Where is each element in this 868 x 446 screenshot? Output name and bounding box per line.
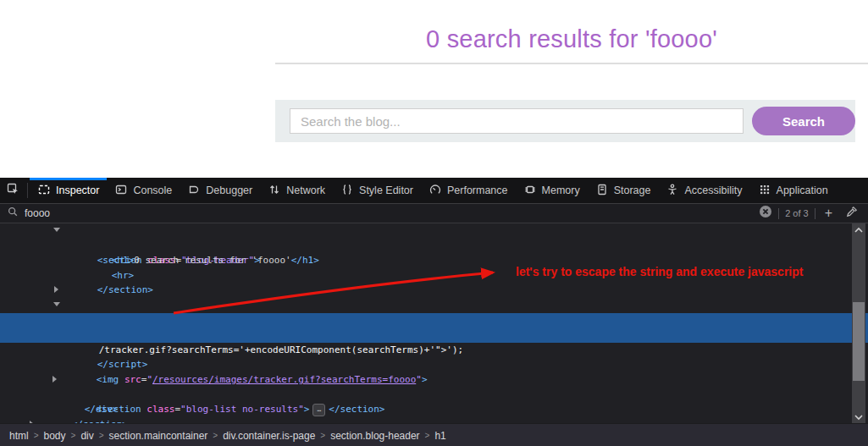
breadcrumb-item[interactable]: div	[76, 430, 97, 442]
person-icon	[666, 183, 679, 199]
separator	[815, 208, 815, 219]
tab-label: Storage	[614, 184, 651, 196]
page-title: 0 search results for 'foooo'	[275, 25, 868, 53]
expander-collapsed-icon[interactable]	[30, 421, 34, 423]
tab-label: Performance	[447, 184, 508, 196]
code-line[interactable]: <section class="blog-list no-results">…<…	[0, 372, 868, 388]
annotation-text: let's try to escape the string and execu…	[516, 265, 803, 278]
tab-label: Inspector	[56, 184, 99, 196]
expander-collapsed-icon[interactable]	[54, 286, 58, 293]
scrollbar[interactable]	[852, 223, 865, 423]
breadcrumb-item[interactable]: section.blog-header	[326, 430, 423, 442]
breadcrumb: html > body > div > section.maincontaine…	[0, 423, 868, 446]
tab-label: Console	[133, 184, 172, 196]
code-line[interactable]: <h1>0 search results for 'foooo'</h1>	[0, 239, 868, 254]
debugger-icon	[187, 183, 201, 199]
code-line[interactable]: <section class="search">…</section>	[0, 283, 868, 298]
separator	[778, 208, 779, 219]
expander-collapsed-icon[interactable]	[53, 376, 57, 383]
breadcrumb-item[interactable]: div.container.is-page	[218, 430, 319, 442]
code-line[interactable]: <script>	[0, 298, 868, 313]
tab-label: Memory	[542, 184, 580, 196]
tab-console[interactable]: Console	[107, 178, 180, 203]
expander-open-icon[interactable]	[53, 228, 60, 232]
tab-debugger[interactable]: Debugger	[180, 178, 260, 203]
chevron-right-icon: >	[319, 431, 326, 440]
storage-icon	[595, 183, 609, 199]
breadcrumb-item[interactable]: h1	[430, 430, 450, 442]
tab-application[interactable]: Application	[750, 178, 836, 203]
tab-accessibility[interactable]: Accessibility	[658, 178, 749, 203]
eyedropper-icon[interactable]	[842, 206, 861, 222]
search-icon	[7, 206, 19, 221]
code-line[interactable]: <section class="blog-header">	[0, 223, 868, 239]
tab-label: Style Editor	[359, 184, 413, 196]
devtools-panel: Inspector Console Debugger	[0, 178, 868, 446]
gauge-icon	[428, 183, 442, 199]
add-search-button[interactable]: +	[821, 206, 836, 220]
code-line-selected[interactable]: var searchTerms = 'foooo'; document.writ…	[0, 313, 868, 328]
element-picker-icon	[6, 182, 19, 199]
blog-search-button[interactable]: Search	[752, 107, 855, 135]
chevron-right-icon: >	[70, 431, 77, 440]
tab-label: Debugger	[206, 184, 252, 196]
element-picker-button[interactable]	[0, 178, 25, 203]
code-line[interactable]: </section>	[0, 402, 868, 417]
tab-label: Application	[777, 184, 828, 196]
clear-search-button[interactable]	[759, 205, 772, 222]
code-line[interactable]: <div class="footer-wrapper">…</div>	[0, 417, 868, 423]
braces-icon	[340, 183, 354, 199]
tab-performance[interactable]: Performance	[421, 178, 516, 203]
tab-inspector[interactable]: Inspector	[30, 178, 107, 203]
breadcrumb-item[interactable]: html	[5, 430, 33, 442]
tab-label: Network	[286, 184, 325, 196]
blog-page: 0 search results for 'foooo' Search	[0, 0, 868, 178]
code-line-selected[interactable]: /tracker.gif?searchTerms='+encodeURIComp…	[0, 328, 868, 343]
grid-icon	[758, 183, 771, 199]
toolbar-separator	[27, 183, 28, 198]
match-count: 2 of 3	[785, 208, 809, 218]
chevron-right-icon: >	[424, 431, 431, 440]
tab-storage[interactable]: Storage	[588, 178, 659, 203]
search-panel: Search	[275, 100, 855, 142]
tab-style-editor[interactable]: Style Editor	[333, 178, 421, 203]
divider	[275, 63, 868, 64]
markup-view[interactable]: <section class="blog-header"> <h1>0 sear…	[0, 223, 868, 423]
scroll-down-icon[interactable]	[852, 410, 865, 423]
code-line[interactable]: </script>	[0, 343, 868, 358]
chevron-right-icon: >	[33, 431, 40, 440]
devtools-search-input[interactable]: foooo	[25, 207, 50, 219]
breadcrumb-item[interactable]: body	[40, 430, 70, 442]
breadcrumb-item[interactable]: section.maincontainer	[105, 430, 213, 442]
blog-search-input[interactable]	[290, 108, 744, 134]
scrollbar-thumb[interactable]	[853, 302, 865, 381]
tab-network[interactable]: Network	[260, 178, 333, 203]
tab-memory[interactable]: Memory	[516, 178, 588, 203]
scroll-up-icon[interactable]	[852, 223, 865, 236]
inspector-icon	[37, 183, 51, 199]
expander-open-icon[interactable]	[53, 302, 60, 306]
devtools-search-bar: foooo 2 of 3 +	[0, 204, 868, 223]
console-icon	[114, 183, 128, 199]
chevron-right-icon: >	[98, 431, 105, 440]
network-icon	[268, 183, 281, 199]
devtools-toolbar: Inspector Console Debugger	[0, 178, 868, 204]
chip-icon	[523, 183, 537, 199]
code-line[interactable]: </div>	[0, 388, 868, 403]
code-line[interactable]: <img src="/resources/images/tracker.gif?…	[0, 357, 868, 372]
chevron-right-icon: >	[212, 431, 218, 440]
tab-label: Accessibility	[684, 184, 742, 196]
